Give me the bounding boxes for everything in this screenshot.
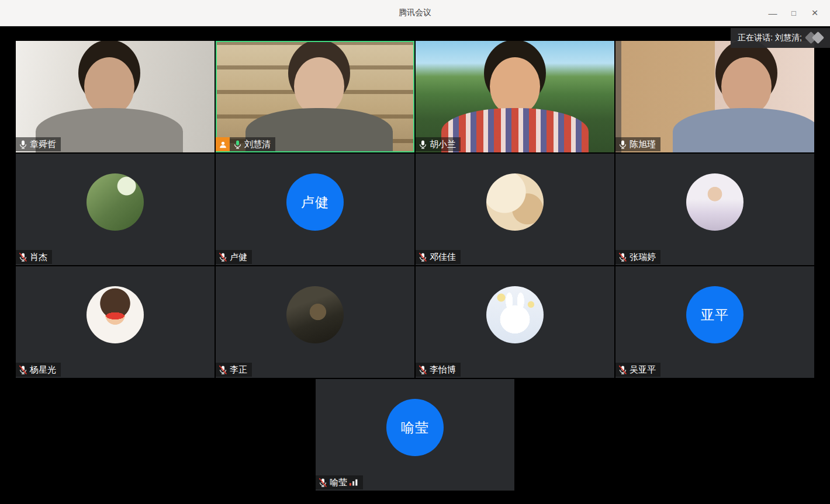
avatar-photo-darkroom bbox=[286, 286, 344, 343]
participant-name-tag: 吴亚平 bbox=[615, 363, 660, 377]
titlebar: 腾讯会议 — □ × bbox=[0, 0, 830, 26]
video-feed bbox=[416, 41, 614, 152]
participant-tile[interactable]: 邓佳佳 bbox=[416, 154, 614, 265]
participant-name-tag: 张瑞婷 bbox=[615, 250, 660, 264]
avatar-photo-plush bbox=[486, 173, 544, 231]
mic-muted-icon bbox=[618, 252, 628, 262]
participant-name-tag: 陈旭瑾 bbox=[615, 137, 660, 151]
tencent-meeting-logo-icon bbox=[805, 30, 826, 46]
participant-tile[interactable]: 胡小兰 bbox=[416, 41, 614, 152]
participant-name: 吴亚平 bbox=[630, 364, 656, 376]
torso-shape bbox=[673, 108, 814, 152]
mic-muted-icon bbox=[18, 252, 28, 262]
mic-icon bbox=[618, 140, 628, 150]
person-silhouette bbox=[416, 41, 614, 152]
face-shape bbox=[490, 57, 540, 116]
grid-row: 章舜哲刘慧清胡小兰陈旭瑾 bbox=[16, 41, 814, 152]
participant-tile[interactable]: 李正 bbox=[216, 266, 414, 378]
participant-tile[interactable]: 亚平吴亚平 bbox=[615, 266, 814, 378]
grid-row: 杨星光李正李怡博亚平吴亚平 bbox=[16, 266, 814, 378]
participant-name: 邓佳佳 bbox=[430, 252, 456, 263]
participant-tile[interactable]: 刘慧清 bbox=[216, 41, 414, 152]
avatar-photo-portrait bbox=[686, 173, 743, 231]
participant-name-tag: 刘慧清 bbox=[216, 137, 275, 151]
window-title: 腾讯会议 bbox=[399, 8, 431, 18]
participant-name-tag: 杨星光 bbox=[16, 363, 61, 377]
participant-name-tag: 肖杰 bbox=[16, 250, 52, 264]
face-shape bbox=[294, 57, 344, 116]
participant-name: 章舜哲 bbox=[30, 139, 56, 150]
avatar-photo-cartoongirl bbox=[87, 286, 144, 343]
participant-name: 杨星光 bbox=[30, 364, 56, 376]
participant-tile[interactable]: 喻莹喻莹 bbox=[316, 379, 514, 491]
host-icon bbox=[216, 137, 230, 151]
person-silhouette bbox=[16, 41, 215, 152]
avatar-initials: 卢健 bbox=[286, 173, 344, 231]
avatar-photo-trees bbox=[87, 173, 144, 231]
mic-muted-icon bbox=[418, 365, 428, 375]
mic-muted-icon bbox=[318, 478, 328, 488]
participant-name: 刘慧清 bbox=[244, 139, 271, 150]
mic-muted-icon bbox=[218, 365, 228, 375]
face-shape bbox=[721, 57, 772, 116]
meeting-stage: 正在讲话: 刘慧清; 章舜哲刘慧清胡小兰陈旭瑾肖杰卢健卢健邓佳佳张瑞婷杨星光李正… bbox=[0, 26, 830, 504]
mic-muted-icon bbox=[218, 252, 228, 262]
participant-name: 李正 bbox=[230, 364, 247, 376]
participant-name: 李怡博 bbox=[430, 364, 456, 376]
avatar-photo-bunny bbox=[486, 286, 544, 343]
mic-icon bbox=[233, 140, 243, 150]
participant-name-tag: 胡小兰 bbox=[416, 137, 461, 151]
participant-tile[interactable]: 章舜哲 bbox=[16, 41, 215, 152]
close-button[interactable]: × bbox=[804, 0, 825, 26]
participant-name: 陈旭瑾 bbox=[630, 139, 656, 150]
person-silhouette bbox=[615, 41, 814, 152]
participant-name: 张瑞婷 bbox=[630, 252, 656, 263]
participant-name: 胡小兰 bbox=[430, 139, 456, 150]
network-signal-icon bbox=[349, 478, 358, 486]
speaking-banner-label: 正在讲话: 刘慧清; bbox=[738, 33, 802, 43]
video-feed bbox=[216, 41, 414, 152]
participant-tile[interactable]: 陈旭瑾 bbox=[615, 41, 814, 152]
participant-tile[interactable]: 李怡博 bbox=[416, 266, 614, 378]
participant-name-tag: 卢健 bbox=[216, 250, 252, 264]
participant-tile[interactable]: 肖杰 bbox=[16, 154, 215, 265]
participant-name-tag: 邓佳佳 bbox=[416, 250, 461, 264]
participant-name-tag: 喻莹 bbox=[316, 475, 363, 489]
video-feed bbox=[16, 41, 215, 152]
window-controls: — □ × bbox=[762, 0, 825, 26]
avatar-initials: 喻莹 bbox=[386, 399, 444, 456]
mic-icon bbox=[418, 140, 428, 150]
mic-muted-icon bbox=[18, 365, 28, 375]
face-shape bbox=[84, 57, 134, 116]
participant-name: 卢健 bbox=[230, 252, 247, 263]
participant-name: 喻莹 bbox=[330, 477, 347, 488]
minimize-button[interactable]: — bbox=[762, 0, 783, 26]
mic-icon bbox=[18, 140, 28, 150]
maximize-button[interactable]: □ bbox=[783, 0, 804, 26]
participant-tile[interactable]: 张瑞婷 bbox=[615, 154, 814, 265]
participant-tile[interactable]: 卢健卢健 bbox=[216, 154, 414, 265]
grid-row: 喻莹喻莹 bbox=[316, 379, 514, 491]
torso-shape bbox=[441, 108, 589, 152]
participant-name-tag: 李怡博 bbox=[416, 363, 461, 377]
participant-grid: 章舜哲刘慧清胡小兰陈旭瑾肖杰卢健卢健邓佳佳张瑞婷杨星光李正李怡博亚平吴亚平喻莹喻… bbox=[0, 41, 830, 491]
participant-name-tag: 李正 bbox=[216, 363, 252, 377]
avatar-initials: 亚平 bbox=[686, 286, 743, 343]
video-feed bbox=[615, 41, 814, 152]
person-silhouette bbox=[216, 41, 414, 152]
participant-name-tag: 章舜哲 bbox=[16, 137, 61, 151]
speaking-banner: 正在讲话: 刘慧清; bbox=[731, 28, 830, 48]
mic-muted-icon bbox=[418, 252, 428, 262]
mic-muted-icon bbox=[618, 365, 628, 375]
participant-tile[interactable]: 杨星光 bbox=[16, 266, 215, 378]
participant-name: 肖杰 bbox=[30, 252, 47, 263]
grid-row: 肖杰卢健卢健邓佳佳张瑞婷 bbox=[16, 154, 814, 265]
